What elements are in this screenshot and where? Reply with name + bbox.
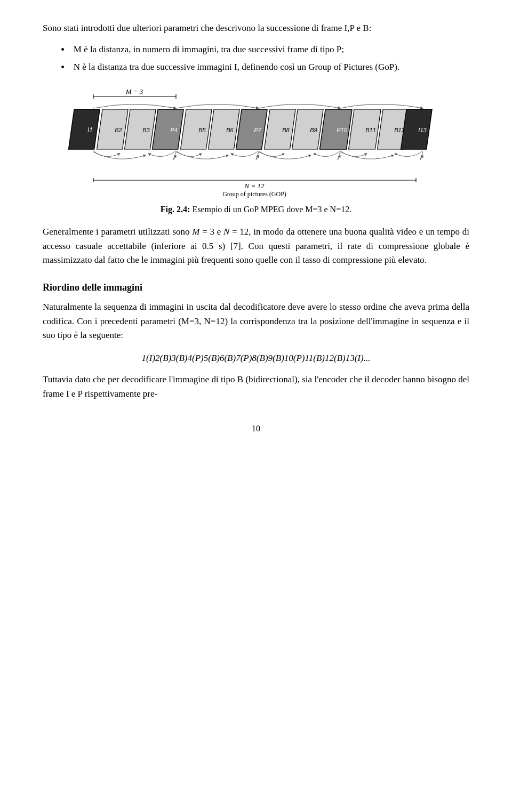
page-number: 10 (43, 422, 469, 436)
paragraph1: Generalmente i parametri utilizzati sono… (43, 225, 469, 267)
paragraph3: Tuttavia dato che per decodificare l'imm… (43, 373, 469, 401)
fig-caption-bold: Fig. 2.4: (161, 205, 190, 214)
svg-rect-29 (349, 109, 381, 149)
section-heading: Riordino delle immagini (43, 280, 469, 295)
bullet-list: M è la distanza, in numero di immagini, … (61, 43, 469, 74)
svg-text:B9: B9 (310, 127, 317, 133)
svg-text:P4: P4 (170, 127, 177, 133)
svg-text:I1: I1 (87, 126, 93, 134)
svg-rect-27 (320, 109, 353, 149)
svg-text:N = 12: N = 12 (244, 182, 265, 190)
svg-text:B11: B11 (365, 127, 376, 133)
intro-paragraph: Sono stati introdotti due ulteriori para… (43, 21, 469, 35)
svg-text:B6: B6 (226, 127, 234, 133)
paragraph2: Naturalmente la sequenza di immagini in … (43, 300, 469, 342)
page-content: Sono stati introdotti due ulteriori para… (43, 21, 469, 436)
svg-rect-17 (181, 109, 212, 149)
math-sequence: 1(I)2(B)3(B)4(P)5(B)6(B)7(P)8(B)9(B)10(P… (43, 351, 469, 365)
svg-rect-21 (236, 109, 268, 149)
svg-text:I13: I13 (418, 127, 427, 133)
svg-rect-11 (97, 109, 129, 149)
svg-rect-13 (125, 109, 156, 149)
svg-text:B8: B8 (282, 127, 290, 133)
svg-rect-19 (209, 109, 240, 149)
svg-text:M = 3: M = 3 (125, 87, 143, 95)
fig-caption-text: Esempio di un GoP MPEG dove M=3 e N=12. (190, 205, 351, 214)
svg-rect-33 (401, 109, 433, 149)
figure-container: M = 3 N = 12 Group of pictures (GOP) (43, 87, 469, 216)
svg-text:B3: B3 (142, 127, 150, 133)
figure-caption: Fig. 2.4: Esempio di un GoP MPEG dove M=… (43, 203, 469, 216)
svg-rect-23 (265, 109, 296, 149)
svg-text:P7: P7 (254, 127, 261, 133)
svg-text:P10: P10 (337, 127, 347, 133)
gop-diagram: M = 3 N = 12 Group of pictures (GOP) (64, 87, 448, 199)
svg-text:B2: B2 (115, 127, 122, 133)
bullet-item-M: M è la distanza, in numero di immagini, … (61, 43, 469, 57)
svg-text:B5: B5 (198, 127, 206, 133)
svg-rect-15 (153, 109, 184, 149)
svg-rect-9 (69, 109, 100, 149)
svg-rect-25 (292, 109, 324, 149)
bullet-item-N: N è la distanza tra due successive immag… (61, 60, 469, 74)
svg-text:Group of pictures (GOP): Group of pictures (GOP) (222, 190, 286, 198)
